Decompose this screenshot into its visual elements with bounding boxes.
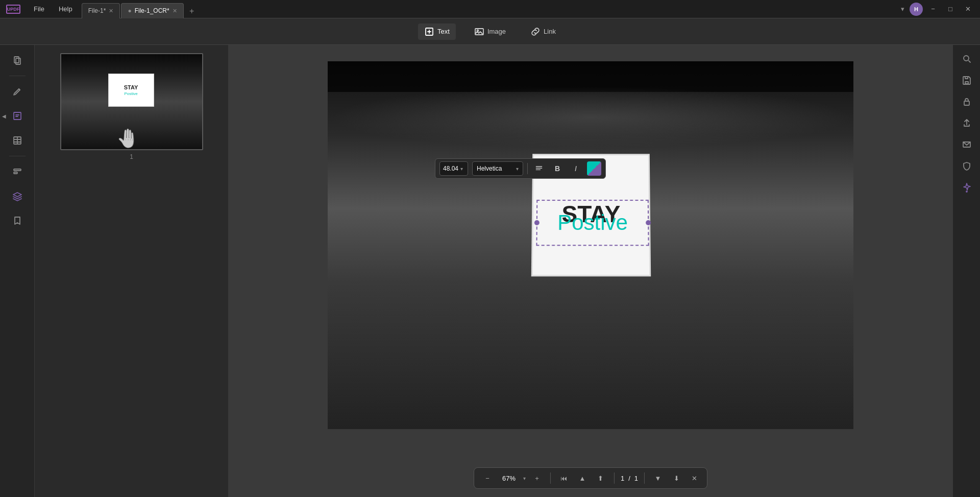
toolbar-link-label: Link — [544, 28, 556, 35]
svg-rect-7 — [14, 169, 21, 171]
toolbar-link-button[interactable]: Link — [524, 23, 562, 40]
photo-fog — [328, 87, 853, 148]
page-current: 1 — [621, 475, 624, 482]
font-size-arrow[interactable]: ▾ — [460, 166, 463, 172]
zoom-level-display: 67% — [499, 475, 519, 482]
sidebar-form-icon[interactable] — [6, 160, 29, 183]
page-next-alt-button[interactable]: ⬇ — [669, 471, 683, 485]
font-size-input[interactable]: 48.04 ▾ — [439, 161, 468, 176]
thumbnail-positive-text: Postive — [124, 91, 137, 96]
menu-help[interactable]: Help — [52, 0, 80, 18]
svg-point-9 — [964, 56, 969, 61]
selection-handle-left[interactable] — [534, 220, 540, 225]
page-first-button[interactable]: ⏮ — [557, 471, 571, 485]
main-area: ◀ STAY Postive — [0, 45, 980, 497]
sidebar-layers-icon[interactable] — [6, 185, 29, 207]
tab-dropdown-arrow[interactable]: ▾ — [898, 5, 906, 13]
page-separator: / — [628, 475, 630, 482]
sign-positive-textbox[interactable]: Postive — [536, 200, 649, 246]
main-toolbar: Text Image Link — [0, 18, 980, 45]
page-next-button[interactable]: ▼ — [651, 471, 665, 485]
svg-point-2 — [477, 30, 478, 31]
page-canvas: STAY Postive 48.04 ▾ Helvetica ▾ — [328, 61, 853, 429]
right-search-icon[interactable] — [957, 49, 976, 68]
sidebar-sep-1 — [9, 76, 26, 76]
bold-label: B — [555, 164, 560, 173]
right-share-icon[interactable] — [957, 113, 976, 133]
window-close[interactable]: ✕ — [961, 2, 975, 16]
svg-rect-10 — [965, 82, 968, 84]
fmt-separator-1 — [527, 163, 528, 174]
zoom-out-button[interactable]: − — [480, 471, 495, 485]
image-toolbar-icon — [474, 27, 484, 37]
bottom-separator-1 — [550, 472, 551, 484]
tab-ocr-indicator: ● — [128, 7, 131, 14]
left-sidebar: ◀ — [0, 45, 35, 497]
right-sidebar — [952, 45, 980, 497]
color-picker-button[interactable] — [587, 161, 601, 176]
toolbar-text-button[interactable]: Text — [418, 23, 456, 40]
zoom-dropdown-arrow[interactable]: ▾ — [523, 476, 526, 481]
right-magic-icon[interactable] — [957, 178, 976, 197]
bottom-bar: − 67% ▾ + ⏮ ▲ ⬆ 1 / 1 ▼ ⬇ ✕ — [474, 467, 707, 489]
svg-point-14 — [966, 191, 967, 192]
sidebar-table-icon[interactable] — [6, 129, 29, 152]
logo-box: UPDF — [6, 5, 20, 14]
bottom-bar-close[interactable]: ✕ — [688, 471, 701, 485]
sidebar-active-arrow: ◀ — [2, 113, 6, 119]
sign-positive-text: Postive — [557, 210, 628, 235]
sidebar-annotate-icon[interactable] — [6, 80, 29, 103]
thumbnail-hand: 🤚 — [116, 128, 139, 149]
tab-file1[interactable]: File-1* ✕ — [82, 3, 120, 18]
svg-rect-8 — [14, 172, 17, 174]
text-toolbar-icon — [424, 27, 434, 37]
page-prev-alt-button[interactable]: ⬆ — [594, 471, 608, 485]
thumbnail-item-1[interactable]: STAY Postive 🤚 1 — [60, 53, 203, 160]
svg-rect-11 — [965, 77, 968, 79]
sidebar-bookmark-icon[interactable] — [6, 209, 29, 232]
font-size-value: 48.04 — [443, 165, 458, 172]
bottom-separator-3 — [644, 472, 645, 484]
page-prev-button[interactable]: ▲ — [575, 471, 590, 485]
italic-label: I — [575, 164, 577, 173]
tab-file1-ocr-close[interactable]: ✕ — [173, 8, 177, 14]
thumbnail-image-1: STAY Postive 🤚 — [60, 53, 203, 150]
tab-file1-ocr[interactable]: ● File-1_OCR* ✕ — [121, 3, 183, 18]
canvas-area[interactable]: STAY Postive 48.04 ▾ Helvetica ▾ — [229, 45, 952, 497]
svg-rect-3 — [14, 57, 19, 63]
italic-button[interactable]: I — [569, 161, 583, 176]
thumbnail-stay-text: STAY — [124, 84, 138, 90]
window-minimize[interactable]: − — [926, 2, 940, 16]
right-lock-icon[interactable] — [957, 92, 976, 111]
align-button[interactable] — [532, 161, 546, 176]
selection-handle-right[interactable] — [646, 220, 651, 225]
svg-rect-5 — [14, 112, 21, 120]
zoom-in-button[interactable]: + — [530, 471, 544, 485]
window-maximize[interactable]: □ — [943, 2, 958, 16]
user-avatar[interactable]: H — [910, 3, 923, 16]
thumbnail-sign-card: STAY Postive — [108, 74, 154, 107]
sidebar-pages-icon[interactable] — [6, 49, 29, 72]
tab-file1-close[interactable]: ✕ — [109, 8, 113, 14]
page-total: 1 — [634, 475, 638, 482]
toolbar-text-label: Text — [437, 28, 450, 35]
titlebar-right: ▾ H − □ ✕ — [898, 2, 980, 16]
toolbar-image-label: Image — [487, 28, 506, 35]
toolbar-image-button[interactable]: Image — [468, 23, 512, 40]
sidebar-edit-icon[interactable]: ◀ — [6, 105, 29, 127]
svg-rect-12 — [964, 101, 969, 105]
thumbnail-panel: STAY Postive 🤚 1 — [35, 45, 229, 497]
app-logo: UPDF — [0, 5, 27, 14]
bold-button[interactable]: B — [550, 161, 565, 176]
right-security-icon[interactable] — [957, 156, 976, 176]
menu-file[interactable]: File — [27, 0, 52, 18]
font-dropdown-arrow: ▾ — [516, 166, 519, 172]
font-name-dropdown[interactable]: Helvetica ▾ — [472, 161, 523, 176]
right-save-icon[interactable] — [957, 70, 976, 90]
link-toolbar-icon — [530, 27, 541, 37]
right-mail-icon[interactable] — [957, 135, 976, 154]
tab-add-button[interactable]: + — [185, 4, 199, 18]
bottom-separator-2 — [614, 472, 615, 484]
text-formatting-toolbar: 48.04 ▾ Helvetica ▾ B I — [435, 158, 606, 179]
sidebar-sep-2 — [9, 156, 26, 156]
